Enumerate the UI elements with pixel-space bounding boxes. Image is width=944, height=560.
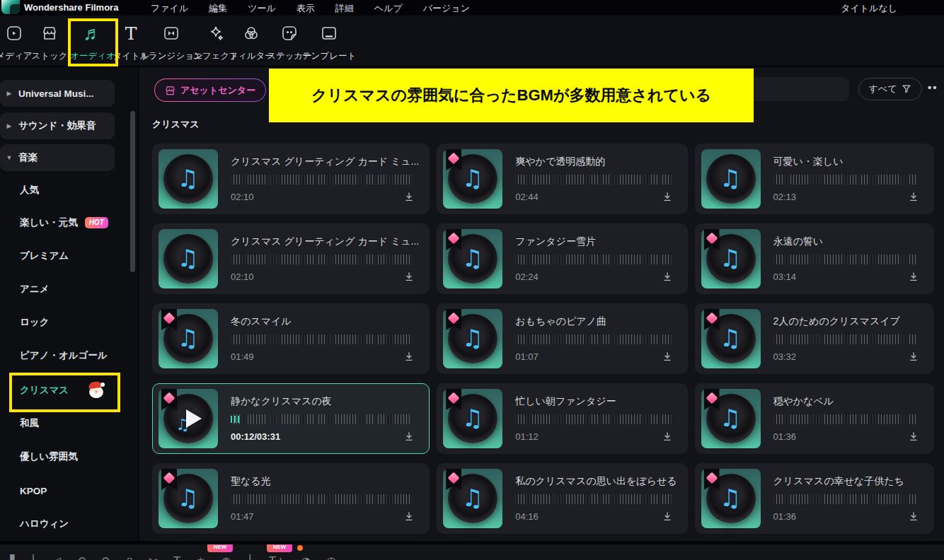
menu-tools[interactable]: ツール [248, 2, 276, 15]
menu-bar: Wondershare Filmora ファイル 編集 ツール 表示 詳細 ヘル… [0, 0, 944, 16]
filter-button[interactable]: すべて [858, 78, 922, 100]
split-scissors-icon[interactable]: ✂ [149, 554, 158, 560]
waveform-playing[interactable] [231, 414, 413, 424]
download-icon[interactable] [908, 271, 919, 282]
asset-tab-bar: メディア ストック ♬ オーディオ T タイトル トランジション [0, 16, 944, 67]
download-icon[interactable] [403, 511, 415, 522]
music-note-icon: ♫ [177, 486, 198, 510]
sidebar-item-fun-energetic[interactable]: 楽しい・元気 HOT [20, 215, 108, 231]
select-cursor-icon[interactable]: ◁ [52, 554, 61, 560]
track-title: 忙しい朝ファンタジー [515, 395, 681, 408]
music-card[interactable]: ♫ クリスマスの幸せな子供たち 01:36 [695, 463, 934, 534]
music-card[interactable]: ♫ 穏やかなベル 01:36 [695, 383, 934, 454]
vinyl-disc: ♫ [163, 154, 213, 204]
download-icon[interactable] [662, 271, 673, 282]
filmora-window: Wondershare Filmora ファイル 編集 ツール 表示 詳細 ヘル… [0, 0, 944, 560]
music-card-selected[interactable]: ♫ 静かなクリスマスの夜 00:12/03:31 [152, 383, 430, 454]
music-card[interactable]: ♫ 冬のスマイル 01:49 [152, 303, 430, 374]
waveform [515, 255, 671, 264]
download-icon[interactable] [403, 271, 415, 282]
waveform [515, 494, 671, 504]
sidebar-item-rock[interactable]: ロック [20, 315, 49, 330]
menu-version[interactable]: バージョン [423, 2, 470, 15]
music-card[interactable]: ♫ おもちゃのピアノ曲 01:07 [437, 303, 687, 374]
download-icon[interactable] [908, 351, 919, 362]
render-clock-icon[interactable]: ◷ [326, 554, 336, 560]
music-card[interactable]: ♫ 聖なる光 01:47 [152, 463, 430, 534]
waveform [773, 494, 918, 504]
music-card[interactable]: ♫ クリスマス グリーティング カード ミュ... 02:10 [152, 223, 430, 294]
keyframe-icon[interactable]: ◉ [221, 554, 231, 560]
menu-help[interactable]: ヘルプ [374, 2, 403, 15]
tab-template[interactable]: テンプレート [295, 20, 363, 64]
speed-ramp-icon[interactable]: ◔ [301, 554, 311, 560]
music-note-icon: ♫ [720, 166, 741, 190]
sidebar-item-popular[interactable]: 人気 [20, 182, 39, 198]
track-title: 2人のためのクリスマスイブ [773, 315, 928, 328]
download-icon[interactable] [908, 511, 919, 522]
track-duration: 02:24 [515, 272, 539, 282]
annotation-text: クリスマスの雰囲気に合ったBGMが多数用意されている [311, 85, 711, 106]
download-icon[interactable] [403, 351, 415, 362]
download-icon[interactable] [662, 351, 673, 362]
track-title: 爽やかで透明感動的 [515, 156, 681, 168]
undo-icon[interactable]: ↶ [76, 554, 86, 560]
sidebar-item-gentle-mood[interactable]: 優しい雰囲気 [20, 449, 78, 465]
download-icon[interactable] [908, 431, 919, 442]
sidebar-item-japanese-style[interactable]: 和風 [20, 416, 39, 431]
music-card[interactable]: ♫ クリスマス グリーティング カード ミュ... 02:10 [152, 144, 430, 214]
play-icon[interactable] [186, 409, 202, 428]
music-note-icon: ♫ [461, 326, 483, 350]
menu-view[interactable]: 表示 [297, 2, 315, 15]
sidebar-item-anime[interactable]: アニメ [20, 281, 49, 297]
album-art: ♫ [701, 229, 761, 288]
waveform [515, 175, 671, 185]
sidebar-group-sound-effects[interactable]: ▶ サウンド・効果音 [0, 112, 115, 139]
hot-badge: HOT [85, 217, 108, 228]
track-duration: 01:47 [231, 511, 254, 522]
sidebar-group-universal-music[interactable]: ▶ Universal Musi... [0, 80, 115, 107]
asset-center-button[interactable]: アセットセンター [154, 78, 266, 102]
delete-icon[interactable]: ▯ [127, 554, 133, 560]
music-card[interactable]: ♫ 爽やかで透明感動的 02:44 [437, 144, 687, 214]
download-icon[interactable] [403, 191, 415, 202]
music-card[interactable]: ♫ 2人のためのクリスマスイブ 03:32 [695, 303, 934, 374]
more-options-button[interactable]: •• [928, 81, 938, 93]
sidebar-item-piano-musicbox[interactable]: ピアノ・オルゴール [20, 348, 108, 363]
download-icon[interactable] [662, 511, 673, 522]
menu-edit[interactable]: 編集 [209, 2, 227, 15]
menu-file[interactable]: ファイル [151, 2, 188, 15]
track-title: 冬のスマイル [231, 315, 423, 328]
music-card[interactable]: ♫ 忙しい朝ファンタジー 01:12 [437, 383, 687, 454]
album-art: ♫ [159, 309, 218, 368]
template-icon [321, 23, 338, 44]
music-card[interactable]: ♫ 永遠の誓い 03:14 [695, 223, 934, 294]
sidebar-group-music[interactable]: ▼ 音楽 [0, 144, 115, 171]
funnel-icon [902, 84, 911, 94]
download-icon[interactable] [662, 191, 673, 202]
download-icon[interactable] [908, 191, 919, 202]
sidebar-item-christmas[interactable]: クリスマス [20, 383, 105, 398]
music-card[interactable]: ♫ 可愛い・楽しい 02:13 [695, 144, 934, 214]
asset-center-label: アセットセンター [180, 84, 255, 97]
music-card[interactable]: ♫ 私のクリスマスの思い出をぼらせる 04:16 [437, 463, 687, 534]
title-plus-icon[interactable]: T+ [269, 554, 285, 560]
track-duration: 02:13 [773, 192, 797, 202]
sidebar-item-premium[interactable]: プレミアム [20, 248, 69, 264]
grid-view-icon[interactable]: ▞ [6, 554, 14, 560]
magic-wand-icon[interactable]: ✶ [196, 554, 205, 560]
sidebar-item-halloween[interactable]: ハロウィン [20, 516, 69, 532]
album-art: ♫ [159, 389, 218, 448]
redo-icon[interactable]: ↷ [102, 554, 111, 560]
menu-advanced[interactable]: 詳細 [335, 2, 354, 15]
text-tool-icon[interactable]: T [173, 554, 180, 560]
download-icon[interactable] [403, 431, 415, 442]
sidebar-item-kpop[interactable]: KPOP [20, 483, 47, 498]
track-duration: 02:10 [231, 272, 254, 282]
notification-dot [297, 545, 303, 551]
album-art: ♫ [701, 389, 761, 448]
vinyl-disc: ♫ [706, 154, 756, 204]
sidebar-scrollbar[interactable] [130, 111, 135, 272]
download-icon[interactable] [662, 431, 673, 442]
music-card[interactable]: ♫ ファンタジー雪片 02:24 [437, 223, 687, 294]
